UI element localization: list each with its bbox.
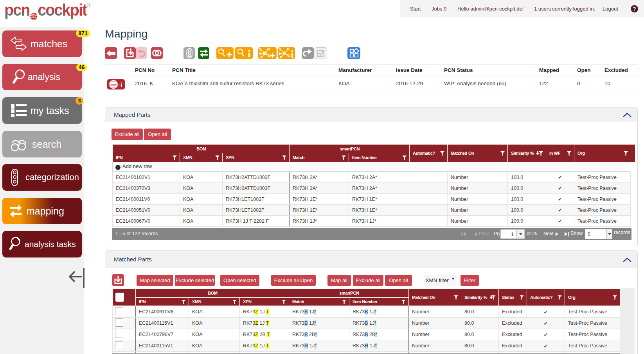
- svg-text:smartPCN: smartPCN: [109, 83, 121, 86]
- svg-text:i: i: [121, 82, 122, 88]
